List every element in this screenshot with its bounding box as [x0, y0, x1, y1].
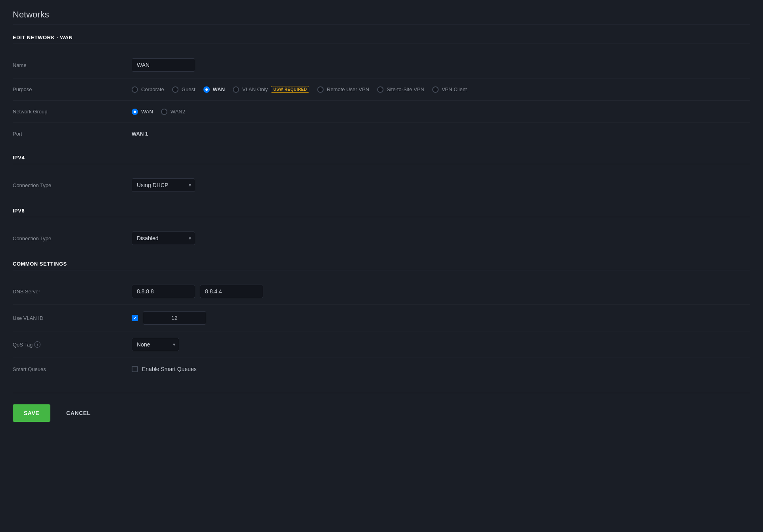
purpose-site-to-site-vpn[interactable]: Site-to-Site VPN [377, 86, 424, 93]
corporate-radio-circle [132, 86, 138, 93]
purpose-vlan-only[interactable]: VLAN Only USW REQUIRED [233, 86, 309, 93]
use-vlan-id-control [132, 311, 750, 325]
purpose-control: Corporate Guest WAN VLAN Only USW REQUIR… [132, 86, 750, 93]
smart-queues-checkbox[interactable] [132, 366, 138, 372]
vlan-only-label: VLAN Only [242, 86, 268, 92]
purpose-corporate[interactable]: Corporate [132, 86, 164, 93]
ipv4-connection-type-select[interactable]: Using DHCP Static IP PPPoE [132, 178, 195, 192]
footer-actions: SAVE CANCEL [13, 393, 750, 430]
port-label: Port [13, 131, 132, 137]
ipv4-connection-type-control: Using DHCP Static IP PPPoE [132, 178, 750, 192]
qos-tag-control: None 1 2 3 4 5 6 7 [132, 338, 750, 351]
guest-label: Guest [182, 86, 196, 92]
site-to-site-vpn-radio-circle [377, 86, 383, 93]
wan2-group-label: WAN2 [171, 109, 185, 115]
ipv6-connection-type-label: Connection Type [13, 235, 132, 241]
qos-tag-info-icon[interactable]: i [34, 341, 40, 348]
purpose-vpn-client[interactable]: VPN Client [432, 86, 467, 93]
smart-queues-row: Smart Queues Enable Smart Queues [13, 358, 750, 380]
qos-tag-label-wrapper: QoS Tag i [13, 341, 132, 348]
wan-label: WAN [213, 86, 225, 92]
purpose-radio-group: Corporate Guest WAN VLAN Only USW REQUIR… [132, 86, 467, 93]
dns-server-2-input[interactable] [200, 285, 263, 298]
common-settings-section: COMMON SETTINGS DNS Server Use VLAN ID [13, 261, 750, 380]
dns-server-row: DNS Server [13, 278, 750, 305]
corporate-label: Corporate [141, 86, 164, 92]
name-input[interactable] [132, 58, 195, 72]
ipv6-title: IPV6 [13, 208, 750, 214]
qos-tag-text: QoS Tag [13, 342, 33, 348]
cancel-button[interactable]: CANCEL [58, 404, 98, 422]
save-button[interactable]: SAVE [13, 404, 50, 422]
dns-server-label: DNS Server [13, 289, 132, 295]
use-vlan-id-label: Use VLAN ID [13, 315, 132, 321]
wan-group-label: WAN [141, 109, 153, 115]
qos-tag-select[interactable]: None 1 2 3 4 5 6 7 [132, 338, 179, 351]
smart-queues-checkbox-label: Enable Smart Queues [142, 366, 197, 372]
usw-required-badge: USW REQUIRED [271, 86, 309, 93]
vpn-client-label: VPN Client [442, 86, 467, 92]
ipv4-title: IPV4 [13, 155, 750, 161]
smart-queues-label: Smart Queues [13, 366, 132, 372]
vlan-id-input[interactable] [143, 311, 206, 325]
dns-server-control [132, 285, 750, 298]
network-group-row: Network Group WAN WAN2 [13, 101, 750, 123]
port-control: WAN 1 [132, 131, 750, 137]
ipv6-connection-type-select[interactable]: Disabled DHCPv6 Static [132, 232, 195, 245]
dns-server-1-input[interactable] [132, 285, 195, 298]
site-to-site-vpn-label: Site-to-Site VPN [387, 86, 424, 92]
qos-tag-select-wrapper: None 1 2 3 4 5 6 7 [132, 338, 179, 351]
purpose-label: Purpose [13, 86, 132, 92]
use-vlan-id-row: Use VLAN ID [13, 305, 750, 331]
port-row: Port WAN 1 [13, 123, 750, 145]
purpose-row: Purpose Corporate Guest WAN VLAN Only [13, 78, 750, 101]
wan2-group-radio-circle [161, 109, 167, 115]
name-row: Name [13, 52, 750, 78]
qos-tag-row: QoS Tag i None 1 2 3 4 5 6 7 [13, 331, 750, 358]
ipv4-connection-type-label: Connection Type [13, 182, 132, 188]
network-group-wan2[interactable]: WAN2 [161, 109, 185, 115]
purpose-guest[interactable]: Guest [172, 86, 196, 93]
ipv4-connection-type-row: Connection Type Using DHCP Static IP PPP… [13, 172, 750, 198]
network-group-wan[interactable]: WAN [132, 109, 153, 115]
network-group-radio-group: WAN WAN2 [132, 109, 185, 115]
page-title: Networks [13, 10, 750, 25]
qos-tag-label: QoS Tag i [13, 341, 132, 348]
wan-radio-circle [203, 86, 210, 93]
common-settings-title: COMMON SETTINGS [13, 261, 750, 267]
purpose-wan[interactable]: WAN [203, 86, 225, 93]
use-vlan-id-checkbox[interactable] [132, 315, 138, 321]
ipv4-connection-type-select-wrapper: Using DHCP Static IP PPPoE [132, 178, 195, 192]
purpose-remote-user-vpn[interactable]: Remote User VPN [317, 86, 369, 93]
remote-user-vpn-radio-circle [317, 86, 324, 93]
use-vlan-id-checkbox-wrapper[interactable] [132, 315, 138, 321]
edit-network-title: EDIT NETWORK - WAN [13, 34, 750, 40]
port-value: WAN 1 [132, 131, 148, 137]
ipv6-connection-type-row: Connection Type Disabled DHCPv6 Static [13, 225, 750, 251]
name-control [132, 58, 750, 72]
wan-group-radio-circle [132, 109, 138, 115]
remote-user-vpn-label: Remote User VPN [327, 86, 369, 92]
name-label: Name [13, 62, 132, 68]
ipv6-section: IPV6 Connection Type Disabled DHCPv6 Sta… [13, 208, 750, 251]
ipv6-connection-type-select-wrapper: Disabled DHCPv6 Static [132, 232, 195, 245]
ipv6-connection-type-control: Disabled DHCPv6 Static [132, 232, 750, 245]
smart-queues-checkbox-wrapper[interactable]: Enable Smart Queues [132, 366, 197, 372]
network-group-label: Network Group [13, 109, 132, 115]
vpn-client-radio-circle [432, 86, 439, 93]
guest-radio-circle [172, 86, 178, 93]
network-group-control: WAN WAN2 [132, 109, 750, 115]
vlan-only-radio-circle [233, 86, 239, 93]
ipv4-section: IPV4 Connection Type Using DHCP Static I… [13, 155, 750, 198]
smart-queues-control: Enable Smart Queues [132, 366, 750, 372]
